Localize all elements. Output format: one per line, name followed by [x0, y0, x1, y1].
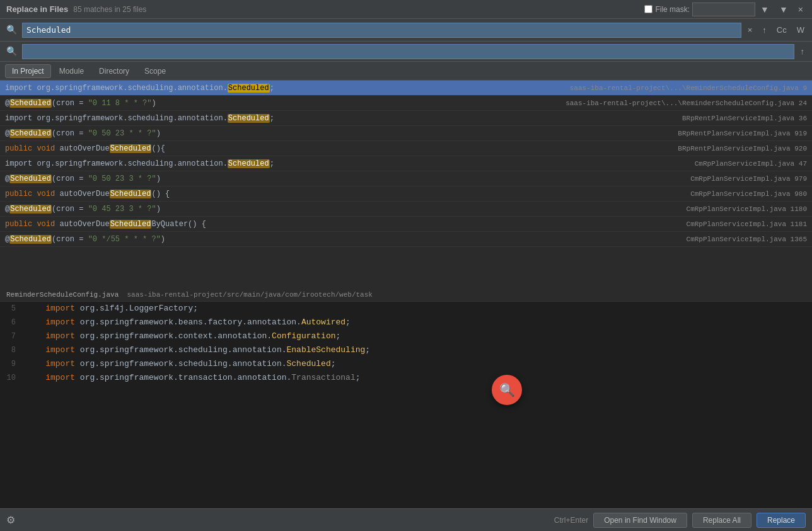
file-mask-checkbox[interactable] [644, 5, 652, 13]
line-content: import org.springframework.context.annot… [22, 330, 340, 343]
line-number: 6 [0, 317, 22, 328]
line-content: import org.springframework.scheduling.an… [22, 358, 336, 370]
result-code: import org.springframework.scheduling.an… [5, 159, 690, 168]
file-path-header: ReminderScheduleConfig.java saas-iba-ren… [0, 288, 812, 302]
replace-row: 🔍 ↑ [0, 42, 812, 62]
preview-path: saas-iba-rental-project/src/main/java/co… [123, 291, 373, 299]
replace-btn[interactable]: Replace [757, 513, 806, 528]
line-number: 10 [0, 372, 22, 384]
title-bar: Replace in Files 85 matches in 25 files … [0, 0, 812, 19]
code-line: 5 import org.slf4j.LoggerFactory; [0, 302, 812, 316]
word-btn[interactable]: W [793, 24, 808, 36]
dropdown-btn[interactable]: ▼ [758, 3, 772, 16]
table-row[interactable]: public void autoOverDueScheduledByQuater… [0, 217, 812, 232]
table-row[interactable]: @Scheduled(cron = "0 50 23 * * ?") BRpRe… [0, 126, 812, 141]
table-row[interactable]: @Scheduled(cron = "0 */55 * * * ?") CmRp… [0, 232, 812, 247]
table-row[interactable]: public void autoOverDueScheduled(){ BRpR… [0, 141, 812, 156]
case-btn[interactable]: Cc [773, 24, 791, 36]
table-row[interactable]: import org.springframework.scheduling.an… [0, 81, 812, 96]
filter-btn[interactable]: ▼ [777, 3, 791, 16]
search-row: 🔍 × ↑ Cc W [0, 19, 812, 42]
bottom-bar: ⚙ Ctrl+Enter Open in Find Window Replace… [0, 508, 812, 531]
close-btn[interactable]: × [796, 3, 806, 16]
dialog-title: Replace in Files [6, 4, 68, 14]
floating-search-button[interactable]: 🔍 [492, 375, 522, 405]
file-mask-label: File mask: [655, 5, 690, 14]
line-content: import org.springframework.beans.factory… [22, 316, 351, 329]
result-file: CmRpPlanServiceImpl.java 1180 [687, 205, 807, 213]
result-code: @Scheduled(cron = "0 */55 * * * ?") [5, 235, 682, 244]
table-row[interactable]: public void autoOverDueScheduled() { CmR… [0, 186, 812, 202]
line-content: import org.springframework.transaction.a… [22, 372, 361, 384]
line-number: 9 [0, 358, 22, 370]
result-file: saas-iba-rental-project\...\ReminderSche… [570, 84, 807, 92]
tabs-row: In Project Module Directory Scope [0, 62, 812, 81]
code-line: 6 import org.springframework.beans.facto… [0, 316, 812, 329]
open-find-window-btn[interactable]: Open in Find Window [593, 513, 687, 528]
table-row[interactable]: @Scheduled(cron = "0 50 23 3 * ?") CmRpP… [0, 171, 812, 186]
clear-search-btn[interactable]: × [744, 24, 757, 36]
replace-icon: 🔍 [4, 46, 20, 57]
result-code: @Scheduled(cron = "0 11 8 * * ?") [5, 99, 560, 108]
result-file: CmRpPlanServiceImpl.java 1181 [687, 220, 807, 228]
settings-btn[interactable]: ⚙ [6, 514, 15, 526]
table-row[interactable]: import org.springframework.scheduling.an… [0, 156, 812, 171]
result-code: public void autoOverDueScheduledByQuater… [5, 220, 682, 229]
result-code: @Scheduled(cron = "0 45 23 3 * ?") [5, 205, 682, 214]
result-code: import org.springframework.scheduling.an… [5, 114, 677, 123]
table-row[interactable]: @Scheduled(cron = "0 11 8 * * ?") saas-i… [0, 96, 812, 111]
table-row[interactable]: @Scheduled(cron = "0 45 23 3 * ?") CmRpP… [0, 202, 812, 217]
result-file: saas-iba-rental-project\...\ReminderSche… [566, 100, 807, 107]
line-content: import org.slf4j.LoggerFactory; [22, 302, 198, 315]
preview-filename: ReminderScheduleConfig.java [6, 291, 119, 299]
tab-scope[interactable]: Scope [137, 64, 173, 78]
prev-match-btn[interactable]: ↑ [758, 24, 770, 36]
result-file: BRpRentPlanServiceImpl.java 36 [682, 115, 807, 122]
results-list: import org.springframework.scheduling.an… [0, 81, 812, 288]
line-number: 7 [0, 331, 22, 342]
result-code: @Scheduled(cron = "0 50 23 * * ?") [5, 129, 673, 138]
line-number: 8 [0, 345, 22, 356]
result-file: BRpRentPlanServiceImpl.java 919 [678, 130, 807, 137]
search-input[interactable] [22, 23, 741, 38]
result-code: @Scheduled(cron = "0 50 23 3 * ?") [5, 174, 685, 183]
file-mask-input[interactable] [692, 3, 755, 16]
result-file: CmRpPlanServiceImpl.java 980 [690, 190, 807, 198]
line-number: 5 [0, 303, 22, 314]
match-count: 85 matches in 25 files [73, 5, 146, 14]
replace-next-btn[interactable]: ↑ [797, 45, 809, 57]
result-file: CmRpPlanServiceImpl.java 47 [695, 160, 807, 168]
replace-all-btn[interactable]: Replace All [692, 513, 751, 528]
tab-module[interactable]: Module [52, 64, 91, 78]
code-preview: 5 import org.slf4j.LoggerFactory; 6 impo… [0, 302, 812, 512]
tab-directory[interactable]: Directory [92, 64, 136, 78]
code-line: 10 import org.springframework.transactio… [0, 371, 812, 385]
result-code: public void autoOverDueScheduled() { [5, 190, 685, 198]
code-line: 9 import org.springframework.scheduling.… [0, 357, 812, 371]
table-row[interactable]: import org.springframework.scheduling.an… [0, 111, 812, 126]
result-file: CmRpPlanServiceImpl.java 979 [690, 175, 807, 183]
search-icon: 🔍 [4, 25, 20, 35]
result-code: import org.springframework.scheduling.an… [5, 84, 565, 93]
replace-input[interactable] [22, 44, 794, 59]
result-code: public void autoOverDueScheduled(){ [5, 144, 673, 153]
code-line: 8 import org.springframework.scheduling.… [0, 343, 812, 357]
tab-in-project[interactable]: In Project [5, 64, 51, 78]
shortcut-hint: Ctrl+Enter [554, 516, 588, 525]
result-file: BRpRentPlanServiceImpl.java 920 [678, 145, 807, 152]
file-mask-wrap: File mask: ▼ [644, 3, 772, 16]
result-file: CmRpPlanServiceImpl.java 1365 [687, 236, 807, 243]
line-content: import org.springframework.scheduling.an… [22, 344, 370, 357]
code-line: 7 import org.springframework.context.ann… [0, 329, 812, 343]
